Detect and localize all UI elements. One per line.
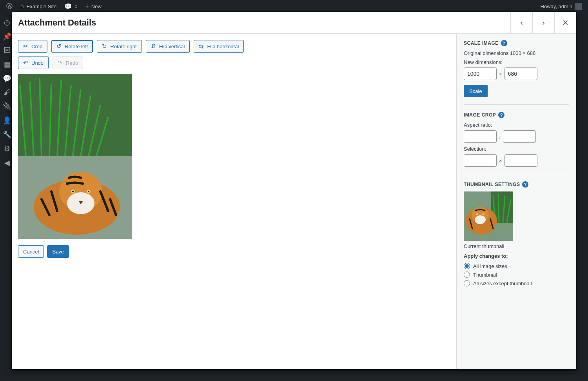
- selection-width-input[interactable]: [464, 154, 497, 167]
- radio-all-sizes-label: All image sizes: [473, 263, 507, 269]
- new-label: New: [91, 4, 102, 9]
- selection-separator: ×: [499, 158, 502, 164]
- undo-button[interactable]: ↶Undo: [18, 57, 49, 69]
- media-icon[interactable]: 🖾: [4, 46, 11, 55]
- dimension-separator: ×: [499, 71, 502, 77]
- flip-vertical-label: Flip vertical: [159, 44, 185, 49]
- radio-thumbnail[interactable]: Thumbnail: [464, 272, 569, 278]
- scale-width-input[interactable]: [464, 67, 497, 80]
- rotate-left-button[interactable]: ↺Rotate left: [51, 40, 93, 53]
- comments-menu-icon[interactable]: 💬: [3, 74, 11, 83]
- thumbnail-section: THUMBNAIL SETTINGS ?: [464, 181, 569, 296]
- help-icon[interactable]: ?: [522, 181, 528, 188]
- plugins-icon[interactable]: 🔌: [3, 102, 11, 111]
- comments-link[interactable]: 💬0: [61, 3, 80, 10]
- tools-icon[interactable]: 🔧: [3, 130, 11, 139]
- help-icon[interactable]: ?: [501, 40, 507, 46]
- posts-icon[interactable]: 📌: [3, 32, 11, 41]
- flip-horizontal-button[interactable]: ⇆Flip horizontal: [194, 40, 244, 53]
- flip-vertical-button[interactable]: ⇵Flip vertical: [146, 40, 190, 53]
- thumbnail-title: THUMBNAIL SETTINGS: [464, 182, 520, 187]
- rotate-left-label: Rotate left: [65, 44, 88, 49]
- radio-except-thumbnail-input[interactable]: [464, 280, 470, 286]
- selection-label: Selection:: [464, 146, 569, 152]
- editor-pane: ✂Crop ↺Rotate left ↻Rotate right ⇵Flip v…: [12, 34, 456, 369]
- attachment-details-modal: Attachment Details ‹ › ✕ ✂Crop ↺Rotate l…: [12, 12, 576, 369]
- comments-count: 0: [74, 4, 77, 9]
- scale-button-label: Scale: [469, 88, 482, 94]
- crop-icon: ✂: [23, 43, 28, 50]
- radio-all-sizes[interactable]: All image sizes: [464, 263, 569, 269]
- aspect-width-input[interactable]: [464, 130, 497, 143]
- pages-icon[interactable]: ▤: [4, 60, 11, 69]
- site-name: Example Site: [27, 4, 57, 9]
- svg-point-32: [475, 215, 486, 224]
- footer-actions: Cancel Save: [18, 245, 450, 258]
- svg-point-23: [88, 191, 89, 192]
- redo-label: Redo: [66, 60, 78, 66]
- flip-vertical-icon: ⇵: [151, 43, 156, 50]
- close-button[interactable]: ✕: [554, 12, 576, 34]
- radio-thumbnail-label: Thumbnail: [473, 272, 497, 278]
- svg-point-22: [72, 191, 74, 192]
- modal-title: Attachment Details: [18, 18, 510, 28]
- howdy-link[interactable]: Howdy, admin: [537, 3, 585, 10]
- appearance-icon[interactable]: 🖌: [4, 88, 11, 97]
- admin-bar: ⓦ ⌂Example Site 💬0 +New Howdy, admin: [0, 0, 588, 13]
- flip-horizontal-label: Flip horizontal: [207, 44, 239, 49]
- next-button[interactable]: ›: [532, 12, 554, 34]
- scale-section: SCALE IMAGE ? Original dimensions 1000 ×…: [464, 40, 569, 105]
- radio-all-sizes-input[interactable]: [464, 263, 470, 269]
- aspect-ratio-label: Aspect ratio:: [464, 122, 569, 128]
- crop-title: IMAGE CROP: [464, 112, 496, 118]
- chevron-right-icon: ›: [542, 18, 545, 27]
- crop-section: IMAGE CROP ? Aspect ratio: : Selection: …: [464, 112, 569, 174]
- scale-title: SCALE IMAGE: [464, 40, 499, 46]
- thumbnail-caption: Current thumbnail: [464, 243, 569, 249]
- new-link[interactable]: +New: [82, 3, 105, 10]
- avatar: [575, 3, 582, 10]
- cancel-label: Cancel: [23, 249, 39, 255]
- aspect-height-input[interactable]: [503, 130, 536, 143]
- svg-point-36: [483, 213, 485, 215]
- rotate-left-icon: ↺: [56, 43, 62, 50]
- scale-button[interactable]: Scale: [464, 85, 488, 97]
- history-toolbar: ↶Undo ↷Redo: [18, 57, 450, 69]
- rotate-right-label: Rotate right: [110, 44, 136, 49]
- apply-changes-label: Apply changes to:: [464, 253, 569, 259]
- modal-header: Attachment Details ‹ › ✕: [12, 12, 576, 34]
- thumbnail-preview: [464, 191, 513, 241]
- image-edit-toolbar: ✂Crop ↺Rotate left ↻Rotate right ⇵Flip v…: [18, 40, 450, 53]
- crop-button[interactable]: ✂Crop: [18, 40, 47, 53]
- plus-icon: +: [85, 3, 89, 10]
- site-link[interactable]: ⌂Example Site: [17, 3, 60, 10]
- chevron-left-icon: ‹: [520, 18, 523, 27]
- new-dimensions-label: New dimensions:: [464, 59, 569, 65]
- rotate-right-button[interactable]: ↻Rotate right: [97, 40, 142, 53]
- save-button[interactable]: Save: [47, 245, 69, 258]
- prev-button[interactable]: ‹: [510, 12, 532, 34]
- selection-height-input[interactable]: [505, 154, 537, 167]
- undo-icon: ↶: [23, 59, 28, 66]
- cancel-button[interactable]: Cancel: [18, 245, 44, 258]
- original-dimensions: Original dimensions 1000 × 686: [464, 50, 569, 56]
- scale-height-input[interactable]: [505, 67, 537, 80]
- flip-horizontal-icon: ⇆: [199, 43, 204, 50]
- rotate-right-icon: ↻: [102, 43, 107, 50]
- radio-except-thumbnail[interactable]: All sizes except thumbnail: [464, 280, 569, 286]
- crop-label: Crop: [31, 44, 42, 49]
- image-preview[interactable]: [18, 74, 132, 239]
- radio-thumbnail-input[interactable]: [464, 272, 470, 278]
- dashboard-icon[interactable]: ◷: [4, 18, 10, 27]
- wp-logo[interactable]: ⓦ: [3, 2, 16, 11]
- settings-icon[interactable]: ⚙: [4, 144, 10, 153]
- save-label: Save: [52, 249, 64, 255]
- users-icon[interactable]: 👤: [3, 116, 11, 125]
- howdy-text: Howdy, admin: [541, 4, 572, 9]
- collapse-icon[interactable]: ◀: [4, 159, 10, 167]
- svg-point-35: [476, 213, 478, 215]
- radio-except-thumbnail-label: All sizes except thumbnail: [473, 281, 532, 286]
- home-icon: ⌂: [20, 3, 24, 10]
- undo-label: Undo: [31, 60, 44, 66]
- help-icon[interactable]: ?: [498, 112, 505, 118]
